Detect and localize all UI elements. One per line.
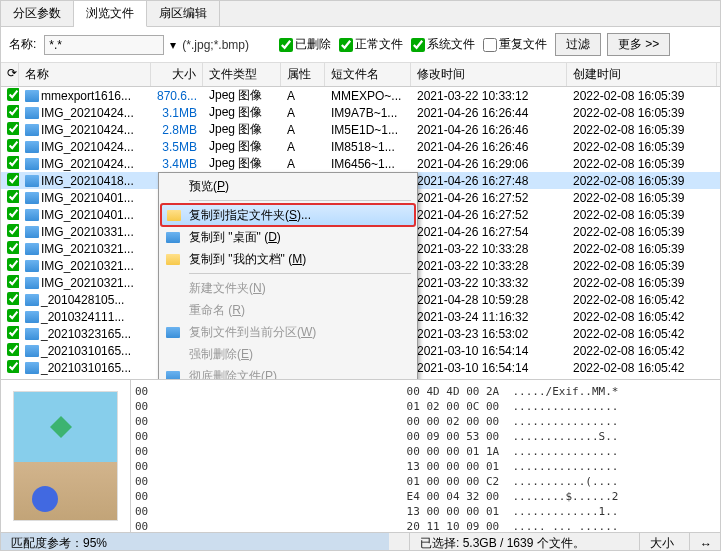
file-icon (25, 107, 39, 119)
file-icon (25, 243, 39, 255)
tab-bar: 分区参数 浏览文件 扇区编辑 (1, 1, 720, 27)
file-icon (25, 277, 39, 289)
file-icon (25, 141, 39, 153)
name-label: 名称: (9, 36, 36, 53)
tab-partition[interactable]: 分区参数 (1, 1, 74, 26)
hdr-type: 文件类型 (203, 63, 281, 86)
file-icon (25, 362, 39, 374)
filter-button[interactable]: 过滤 (555, 33, 601, 56)
file-list[interactable]: mmexport1616...870.6...Jpeg 图像AMMEXPO~..… (1, 87, 720, 379)
menu-item: 强制删除(E) (161, 343, 415, 365)
file-icon (25, 294, 39, 306)
menu-item-label: 重命名 (R) (189, 302, 245, 319)
hex-view: 00 00 4D 4D 00 2A ...../Exif..MM.* 00 01… (131, 380, 720, 532)
file-icon (25, 124, 39, 136)
menu-item-label: 强制删除(E) (189, 346, 253, 363)
row-checkbox[interactable] (7, 292, 19, 305)
row-checkbox[interactable] (7, 139, 19, 152)
row-checkbox[interactable] (7, 241, 19, 254)
row-checkbox[interactable] (7, 343, 19, 356)
chk-deleted[interactable]: 已删除 (279, 36, 331, 53)
column-headers[interactable]: ⟳ 名称 大小 文件类型 属性 短文件名 修改时间 创建时间 (1, 63, 720, 87)
name-pattern-input[interactable] (44, 35, 164, 55)
table-row[interactable]: IMG_20210424...3.4MBJpeg 图像AIM6456~1...2… (1, 155, 720, 172)
row-checkbox[interactable] (7, 326, 19, 339)
menu-item-label: 复制到 "桌面" (D) (189, 229, 281, 246)
resize-grip[interactable]: ↔ (690, 533, 720, 551)
hdr-ctime: 创建时间 (567, 63, 717, 86)
file-icon (25, 192, 39, 204)
selection-status: 已选择: 5.3GB / 1639 个文件。 (410, 533, 640, 551)
row-checkbox[interactable] (7, 360, 19, 373)
row-checkbox[interactable] (7, 190, 19, 203)
chk-normal[interactable]: 正常文件 (339, 36, 403, 53)
hdr-short: 短文件名 (325, 63, 411, 86)
file-icon (25, 260, 39, 272)
row-checkbox[interactable] (7, 224, 19, 237)
dropdown-icon[interactable]: ▾ (170, 38, 176, 52)
row-checkbox[interactable] (7, 105, 19, 118)
table-row[interactable]: mmexport1616...870.6...Jpeg 图像AMMEXPO~..… (1, 87, 720, 104)
file-icon (25, 345, 39, 357)
menu-item[interactable]: 复制到指定文件夹(S)... (161, 204, 415, 226)
row-checkbox[interactable] (7, 258, 19, 271)
case-toggle[interactable]: 大小 (640, 533, 690, 551)
more-button[interactable]: 更多 >> (607, 33, 670, 56)
row-checkbox[interactable] (7, 156, 19, 169)
file-icon (25, 158, 39, 170)
menu-item-label: 新建文件夹(N) (189, 280, 266, 297)
hdr-attr: 属性 (281, 63, 325, 86)
chk-system[interactable]: 系统文件 (411, 36, 475, 53)
menu-item-label: 预览(P) (189, 178, 229, 195)
preview-pane (1, 380, 131, 532)
menu-item[interactable]: 预览(P) (161, 175, 415, 197)
hdr-mtime: 修改时间 (411, 63, 567, 86)
tab-browse[interactable]: 浏览文件 (74, 1, 147, 27)
menu-item[interactable]: 复制到 "我的文档" (M) (161, 248, 415, 270)
menu-item: 彻底删除文件(P) (161, 365, 415, 379)
menu-item-label: 复制到 "我的文档" (M) (189, 251, 306, 268)
tab-sector[interactable]: 扇区编辑 (147, 1, 220, 26)
image-thumbnail (13, 391, 118, 521)
bottom-panel: 00 00 4D 4D 00 2A ...../Exif..MM.* 00 01… (1, 379, 720, 532)
file-icon (25, 226, 39, 238)
row-checkbox[interactable] (7, 207, 19, 220)
table-row[interactable]: IMG_20210424...3.1MBJpeg 图像AIM9A7B~1...2… (1, 104, 720, 121)
menu-item: 新建文件夹(N) (161, 277, 415, 299)
menu-item-label: 彻底删除文件(P) (189, 368, 277, 380)
row-checkbox[interactable] (7, 88, 19, 101)
row-checkbox[interactable] (7, 275, 19, 288)
row-checkbox[interactable] (7, 309, 19, 322)
context-menu: 预览(P)复制到指定文件夹(S)...复制到 "桌面" (D)复制到 "我的文档… (158, 172, 418, 379)
table-row[interactable]: IMG_20210424...3.5MBJpeg 图像AIM8518~1...2… (1, 138, 720, 155)
row-checkbox[interactable] (7, 173, 19, 186)
filetype-hint: (*.jpg;*.bmp) (182, 38, 249, 52)
status-bar: 匹配度参考：95% 已选择: 5.3GB / 1639 个文件。 大小 ↔ (1, 532, 720, 551)
filter-toolbar: 名称: ▾ (*.jpg;*.bmp) 已删除 正常文件 系统文件 重复文件 过… (1, 27, 720, 63)
row-checkbox[interactable] (7, 122, 19, 135)
menu-item: 重命名 (R) (161, 299, 415, 321)
hdr-name: 名称 (19, 63, 151, 86)
file-icon (25, 311, 39, 323)
menu-item-label: 复制到指定文件夹(S)... (189, 207, 311, 224)
hdr-size: 大小 (151, 63, 203, 86)
file-icon (25, 175, 39, 187)
menu-item: 复制文件到当前分区(W) (161, 321, 415, 343)
file-icon (25, 209, 39, 221)
file-icon (25, 90, 39, 102)
match-progress: 匹配度参考：95% (1, 533, 410, 551)
menu-item[interactable]: 复制到 "桌面" (D) (161, 226, 415, 248)
chk-duplicate[interactable]: 重复文件 (483, 36, 547, 53)
file-icon (25, 328, 39, 340)
table-row[interactable]: IMG_20210424...2.8MBJpeg 图像AIM5E1D~1...2… (1, 121, 720, 138)
menu-item-label: 复制文件到当前分区(W) (189, 324, 316, 341)
